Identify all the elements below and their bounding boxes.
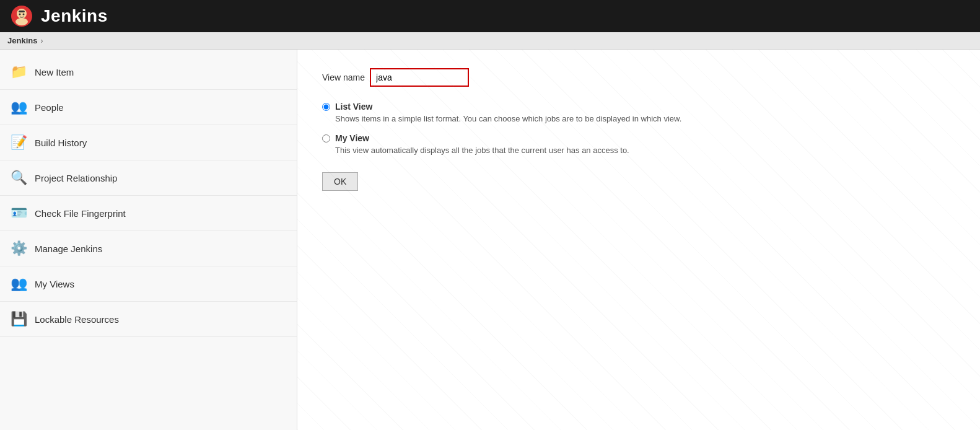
sidebar-item-lockable-resources[interactable]: 💾Lockable Resources	[0, 302, 297, 337]
sidebar-item-build-history[interactable]: 📝Build History	[0, 125, 297, 160]
radio-title-list-view: List View	[335, 102, 681, 112]
sidebar-label-project-relationship: Project Relationship	[35, 173, 117, 183]
view-name-input[interactable]	[370, 68, 469, 87]
project-relationship-icon: 🔍	[10, 169, 27, 186]
svg-rect-3	[19, 11, 25, 12]
main-layout: 📁New Item👥People📝Build History🔍Project R…	[0, 50, 980, 430]
radio-option-list-view[interactable]: List ViewShows items in a simple list fo…	[322, 102, 955, 123]
breadcrumb-root[interactable]: Jenkins	[7, 36, 37, 45]
sidebar: 📁New Item👥People📝Build History🔍Project R…	[0, 50, 297, 430]
radio-title-my-view: My View	[335, 133, 629, 143]
jenkins-logo	[10, 4, 33, 28]
radio-desc-list-view: Shows items in a simple list format. You…	[335, 114, 681, 123]
sidebar-item-check-file-fingerprint[interactable]: 🪪Check File Fingerprint	[0, 196, 297, 231]
sidebar-label-my-views: My Views	[35, 279, 74, 289]
svg-point-5	[23, 14, 25, 15]
view-type-radio-group: List ViewShows items in a simple list fo…	[322, 102, 955, 155]
sidebar-item-people[interactable]: 👥People	[0, 90, 297, 125]
manage-jenkins-icon: ⚙️	[10, 240, 27, 257]
breadcrumb-separator: ›	[40, 37, 43, 45]
radio-desc-my-view: This view automatically displays all the…	[335, 146, 629, 155]
sidebar-label-people: People	[35, 102, 64, 113]
sidebar-item-new-item[interactable]: 📁New Item	[0, 55, 297, 90]
sidebar-label-manage-jenkins: Manage Jenkins	[35, 244, 102, 254]
svg-point-2	[15, 18, 28, 25]
view-name-label: View name	[322, 72, 365, 82]
sidebar-label-lockable-resources: Lockable Resources	[35, 314, 119, 325]
lockable-resources-icon: 💾	[10, 310, 27, 328]
my-views-icon: 👥	[10, 275, 27, 292]
sidebar-label-check-file-fingerprint: Check File Fingerprint	[35, 208, 126, 219]
breadcrumb: Jenkins ›	[0, 32, 980, 50]
sidebar-item-my-views[interactable]: 👥My Views	[0, 266, 297, 302]
radio-my-view[interactable]	[322, 134, 330, 143]
sidebar-item-manage-jenkins[interactable]: ⚙️Manage Jenkins	[0, 231, 297, 266]
radio-content-my-view: My ViewThis view automatically displays …	[335, 133, 629, 155]
sidebar-label-new-item: New Item	[35, 67, 74, 77]
build-history-icon: 📝	[10, 134, 27, 151]
view-name-row: View name	[322, 68, 955, 87]
ok-button[interactable]: OK	[322, 172, 358, 191]
check-file-fingerprint-icon: 🪪	[10, 204, 27, 222]
app-header: Jenkins	[0, 0, 980, 32]
radio-list-view[interactable]	[322, 103, 330, 111]
svg-point-4	[19, 14, 21, 15]
radio-content-list-view: List ViewShows items in a simple list fo…	[335, 102, 681, 123]
content-area: View name List ViewShows items in a simp…	[297, 50, 980, 430]
new-item-icon: 📁	[10, 63, 27, 81]
sidebar-label-build-history: Build History	[35, 138, 87, 148]
sidebar-item-project-relationship[interactable]: 🔍Project Relationship	[0, 160, 297, 196]
people-icon: 👥	[10, 99, 27, 116]
radio-option-my-view[interactable]: My ViewThis view automatically displays …	[322, 133, 955, 155]
app-title: Jenkins	[41, 6, 108, 26]
